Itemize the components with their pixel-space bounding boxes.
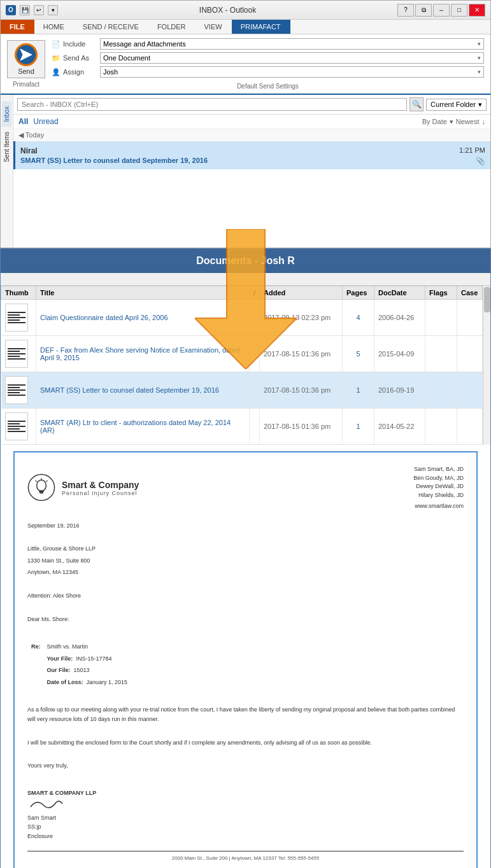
question-btn[interactable]: ? bbox=[397, 4, 414, 17]
col-title: Title bbox=[36, 286, 250, 300]
company-logo bbox=[27, 473, 55, 503]
table-row[interactable]: SMART (AR) Ltr to client - authorization… bbox=[1, 409, 483, 445]
save-tool[interactable]: 💾 bbox=[20, 5, 30, 15]
tab-send-receive[interactable]: SEND / RECEIVE bbox=[74, 20, 148, 34]
folder-dropdown[interactable]: Current Folder ▾ bbox=[426, 99, 487, 111]
filter-unread[interactable]: Unread bbox=[33, 117, 58, 126]
preview-body: September 19, 2016 Little, Grouse & Shor… bbox=[27, 521, 464, 841]
tab-home[interactable]: HOME bbox=[34, 20, 74, 34]
doc-pages-cell: 1 bbox=[343, 409, 374, 445]
assign-label-wrapper: 👤 Assign bbox=[52, 68, 96, 76]
scrollbar[interactable] bbox=[483, 286, 490, 445]
doc-pages-cell: 1 bbox=[343, 372, 374, 409]
col-case: Case bbox=[457, 286, 483, 300]
minimize-btn[interactable]: – bbox=[433, 4, 450, 17]
include-select[interactable]: Message and Attachments ▾ bbox=[100, 38, 484, 50]
outlook-window: O 💾 ↩ ▾ INBOX - Outlook ? ⧉ – □ ✕ FILE H… bbox=[0, 0, 491, 248]
documents-section: Documents - Josh R Thumb Title / Added P… bbox=[0, 248, 491, 868]
message-time: 1:21 PM bbox=[459, 146, 485, 154]
preview-contacts: Sam Smart, BA, JD Ben Goudy, MA, JD Dewe… bbox=[413, 465, 464, 511]
ribbon-tabs: FILE HOME SEND / RECEIVE FOLDER VIEW PRI… bbox=[1, 20, 490, 34]
send-button[interactable]: Send bbox=[7, 40, 45, 78]
doc-divider-cell bbox=[249, 409, 259, 445]
table-row[interactable]: DEF - Fax from Alex Shore serving Notice… bbox=[1, 336, 483, 372]
doc-flags-cell bbox=[425, 372, 457, 409]
col-thumb: Thumb bbox=[1, 286, 36, 300]
doc-thumb-cell bbox=[1, 336, 36, 372]
filter-all[interactable]: All bbox=[18, 117, 28, 126]
doc-thumbnail bbox=[5, 304, 28, 332]
filter-right: By Date ▾ Newest ↓ bbox=[422, 118, 485, 126]
doc-title-cell[interactable]: SMART (SS) Letter to counsel dated Septe… bbox=[36, 372, 250, 409]
sidebar-item-sent[interactable]: Sent Items bbox=[2, 127, 11, 167]
group-header-arrow: ◀ bbox=[18, 131, 24, 139]
doc-thumbnail bbox=[5, 376, 28, 404]
doc-thumbnail bbox=[5, 340, 28, 368]
more-tool[interactable]: ▾ bbox=[48, 5, 58, 15]
tab-folder[interactable]: FOLDER bbox=[148, 20, 196, 34]
message-subject: SMART (SS) Letter to counsel dated Septe… bbox=[20, 157, 485, 164]
preview-footer: 2000 Main St., Suite 200 | Anytown, MA 1… bbox=[27, 851, 464, 861]
doc-title-cell[interactable]: DEF - Fax from Alex Shore serving Notice… bbox=[36, 336, 250, 372]
undo-tool[interactable]: ↩ bbox=[34, 5, 44, 15]
sidebar-item-inbox[interactable]: Inbox bbox=[2, 101, 11, 127]
mail-area: Inbox Sent Items 🔍 Current Folder ▾ All … bbox=[1, 95, 490, 248]
table-row[interactable]: SMART (SS) Letter to counsel dated Septe… bbox=[1, 372, 483, 409]
doc-pages-cell: 5 bbox=[343, 336, 374, 372]
assign-arrow: ▾ bbox=[478, 69, 481, 75]
svg-rect-5 bbox=[39, 492, 43, 493]
documents-table: Thumb Title / Added Pages DocDate Flags … bbox=[1, 286, 483, 445]
include-row: 📄 Include Message and Attachments ▾ bbox=[52, 38, 484, 50]
send-as-label: 📁 Send As bbox=[52, 54, 96, 62]
doc-docdate-cell: 2015-04-09 bbox=[374, 336, 425, 372]
mail-filter-bar: All Unread By Date ▾ Newest ↓ bbox=[13, 115, 490, 129]
mail-message[interactable]: Niral SMART (SS) Letter to counsel dated… bbox=[13, 141, 490, 169]
close-btn[interactable]: ✕ bbox=[469, 4, 485, 17]
send-label: Send bbox=[18, 67, 34, 75]
include-icon: 📄 bbox=[52, 40, 60, 48]
search-button[interactable]: 🔍 bbox=[409, 97, 423, 111]
doc-pages-cell: 4 bbox=[343, 300, 374, 336]
col-pages: Pages bbox=[343, 286, 374, 300]
search-bar: 🔍 Current Folder ▾ bbox=[13, 95, 490, 115]
search-input[interactable] bbox=[17, 98, 407, 111]
outlook-icon: O bbox=[6, 5, 16, 15]
title-bar: O 💾 ↩ ▾ INBOX - Outlook ? ⧉ – □ ✕ bbox=[1, 1, 490, 20]
document-preview: Smart & Company Personal Injury Counsel … bbox=[13, 451, 478, 868]
include-label: 📄 Include bbox=[52, 40, 96, 48]
include-arrow: ▾ bbox=[478, 41, 481, 47]
tab-view[interactable]: VIEW bbox=[196, 20, 232, 34]
send-as-select[interactable]: One Document ▾ bbox=[100, 52, 484, 64]
table-row[interactable]: Claim Questionnaire dated April 26, 2006… bbox=[1, 300, 483, 336]
doc-thumb-cell bbox=[1, 409, 36, 445]
send-as-arrow: ▾ bbox=[478, 55, 481, 61]
doc-docdate-cell: 2006-04-26 bbox=[374, 300, 425, 336]
attachment-icon: 📎 bbox=[476, 157, 485, 165]
mail-main: 🔍 Current Folder ▾ All Unread By Date ▾ … bbox=[13, 95, 490, 248]
filter-left: All Unread bbox=[18, 117, 59, 126]
svg-marker-0 bbox=[20, 49, 32, 60]
col-docdate: DocDate bbox=[374, 286, 425, 300]
message-sender: Niral bbox=[20, 146, 485, 155]
doc-flags-cell bbox=[425, 300, 457, 336]
restore-down-btn[interactable]: ⧉ bbox=[415, 4, 432, 17]
doc-divider-cell bbox=[249, 336, 259, 372]
maximize-btn[interactable]: □ bbox=[451, 4, 467, 17]
ribbon-content: Send Primafact 📄 Include Message and Att… bbox=[1, 34, 490, 95]
doc-case-cell bbox=[457, 372, 483, 409]
tab-file[interactable]: FILE bbox=[1, 20, 34, 34]
doc-docdate-cell: 2016-09-19 bbox=[374, 372, 425, 409]
col-flags: Flags bbox=[425, 286, 457, 300]
ribbon-fields: 📄 Include Message and Attachments ▾ 📁 Se… bbox=[52, 38, 484, 90]
doc-added-cell: 2017-08-15 01:36 pm bbox=[260, 372, 343, 409]
send-icon bbox=[15, 43, 38, 66]
assign-select[interactable]: Josh ▾ bbox=[100, 66, 484, 78]
tab-primafact[interactable]: PRIMAFACT bbox=[232, 20, 290, 34]
doc-title-cell[interactable]: Claim Questionnaire dated April 26, 2006 bbox=[36, 300, 250, 336]
doc-case-cell bbox=[457, 336, 483, 372]
svg-line-7 bbox=[35, 480, 36, 482]
assign-row: 👤 Assign Josh ▾ bbox=[52, 66, 484, 78]
doc-title-cell[interactable]: SMART (AR) Ltr to client - authorization… bbox=[36, 409, 250, 445]
mail-sidebar: Inbox Sent Items bbox=[1, 95, 13, 248]
doc-thumbnail bbox=[5, 412, 28, 440]
